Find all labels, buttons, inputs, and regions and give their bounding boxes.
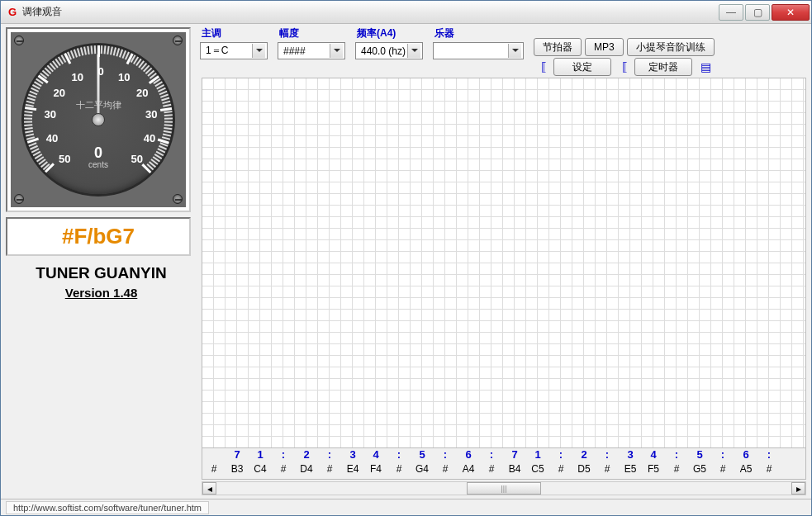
gauge-dial: 十二平均律 0 cents 504030201001020304050: [21, 43, 175, 196]
scale-cell[interactable]: :#: [434, 448, 457, 479]
scale-cell[interactable]: :#: [596, 448, 619, 479]
frequency-dropdown[interactable]: 440.0 (hz): [355, 42, 423, 59]
amplitude-label: 幅度: [278, 26, 345, 40]
gauge-tick: [104, 45, 107, 54]
gauge-tick: [24, 118, 32, 120]
gauge-number: 30: [45, 108, 56, 121]
horizontal-scrollbar[interactable]: ◂ ||| ▸: [202, 481, 806, 495]
scale-note: D5: [572, 463, 596, 478]
gauge-tick: [164, 124, 173, 126]
scroll-left-arrow[interactable]: ◂: [202, 482, 216, 495]
scale-degree: 2: [572, 448, 596, 463]
scale-note: #: [318, 463, 341, 478]
scale-degree: 1: [249, 448, 272, 463]
scale-note: #: [272, 463, 295, 478]
scale-cell[interactable]: 7B4: [503, 448, 526, 479]
scale-cell[interactable]: 5G4: [411, 448, 434, 479]
gauge-tick: [97, 45, 100, 57]
scale-cell[interactable]: 6A4: [457, 448, 480, 479]
scale-cell[interactable]: 6A5: [734, 448, 757, 479]
scale-cell[interactable]: :#: [480, 448, 503, 479]
mp3-button[interactable]: MP3: [585, 38, 624, 56]
scale-degree: :: [387, 448, 411, 463]
amplitude-value: ####: [283, 45, 306, 57]
scale-cell[interactable]: 2D4: [295, 448, 318, 479]
frequency-group: 频率(A4) 440.0 (hz): [355, 26, 423, 76]
instrument-dropdown[interactable]: [433, 42, 524, 59]
maximize-button[interactable]: ▢: [745, 4, 770, 21]
key-dropdown[interactable]: 1＝C: [200, 42, 268, 59]
amplitude-dropdown[interactable]: ####: [278, 42, 345, 59]
scroll-track[interactable]: |||: [216, 482, 791, 495]
scale-cell[interactable]: :#: [387, 448, 411, 479]
scale-note: #: [665, 463, 688, 478]
gauge-number: 10: [72, 70, 83, 83]
minimize-button[interactable]: —: [719, 4, 743, 21]
bracket-icon: ⟦: [537, 60, 550, 73]
scale-note: G4: [411, 463, 434, 478]
scale-cell[interactable]: :#: [272, 448, 295, 479]
scale-cell[interactable]: 1C5: [526, 448, 549, 479]
app-icon: G: [6, 6, 19, 19]
scale-note: B4: [503, 463, 526, 478]
scale-degree: [202, 448, 226, 463]
scroll-thumb[interactable]: |||: [467, 482, 541, 495]
gauge-tick: [25, 127, 33, 130]
left-panel: 十二平均律 0 cents 504030201001020304050 #F/b…: [1, 24, 197, 499]
gauge-number: 20: [54, 86, 65, 98]
scale-cell[interactable]: 4F4: [364, 448, 387, 479]
scale-cell[interactable]: 5G5: [688, 448, 711, 479]
gauge-tick: [164, 127, 172, 130]
timer-button[interactable]: 定时器: [634, 58, 692, 76]
waveform-grid[interactable]: #7B31C4:#2D4:#3E44F4:#5G4:#6A4:#7B41C5:#…: [202, 78, 806, 480]
right-panel: 主调 1＝C 幅度 #### 频率(A4) 440.0 (hz): [197, 24, 811, 499]
scale-degree: 4: [364, 448, 387, 463]
scale-cell[interactable]: #: [202, 448, 226, 479]
scale-note: F4: [364, 463, 387, 478]
frequency-label: 频率(A4): [355, 26, 423, 40]
scale-cell[interactable]: :#: [665, 448, 688, 479]
scale-cell[interactable]: 7B3: [226, 448, 249, 479]
scale-cell[interactable]: 3E5: [619, 448, 642, 479]
gauge-number: 20: [136, 86, 148, 98]
scale-cell[interactable]: :#: [711, 448, 734, 479]
key-label: 主调: [200, 26, 268, 40]
scroll-right-arrow[interactable]: ▸: [791, 482, 805, 495]
scale-note: #: [387, 463, 411, 478]
settings-button[interactable]: 设定: [553, 58, 611, 76]
scale-degree: 2: [295, 448, 318, 463]
scale-degree: :: [757, 448, 781, 463]
scale-degree: 7: [503, 448, 526, 463]
scale-cell[interactable]: :#: [549, 448, 572, 479]
gauge-tick: [101, 45, 102, 54]
scale-cell[interactable]: :#: [318, 448, 341, 479]
metronome-button[interactable]: 节拍器: [534, 38, 582, 56]
gauge-number: 50: [131, 152, 143, 164]
gauge-number: 0: [97, 65, 103, 78]
scale-degree: 6: [734, 448, 757, 463]
scale-cell[interactable]: 3E4: [341, 448, 364, 479]
scale-note: D4: [295, 463, 318, 478]
scale-degree: :: [318, 448, 341, 463]
scale-note: #: [434, 463, 457, 478]
list-icon[interactable]: ▤: [699, 60, 712, 73]
scale-note: F5: [642, 463, 665, 478]
scale-cell[interactable]: :#: [757, 448, 781, 479]
scale-degree: 3: [619, 448, 642, 463]
scale-note: C5: [526, 463, 549, 478]
scale-cell[interactable]: 4F5: [642, 448, 665, 479]
chevron-down-icon: [330, 44, 343, 58]
screw-icon: [173, 36, 183, 45]
version-link[interactable]: Version 1.48: [6, 286, 197, 300]
scale-cell[interactable]: 1C4: [249, 448, 272, 479]
window-title: 调律观音: [22, 5, 717, 19]
gauge-tick: [107, 46, 109, 54]
violin-scale-button[interactable]: 小提琴音阶训练: [627, 38, 715, 56]
screw-icon: [173, 194, 183, 204]
scale-note: E4: [341, 463, 364, 478]
close-button[interactable]: ✕: [772, 4, 810, 21]
gauge-tick: [164, 121, 173, 123]
instrument-label: 乐器: [433, 26, 524, 40]
scale-cell[interactable]: 2D5: [572, 448, 596, 479]
key-value: 1＝C: [206, 44, 228, 58]
